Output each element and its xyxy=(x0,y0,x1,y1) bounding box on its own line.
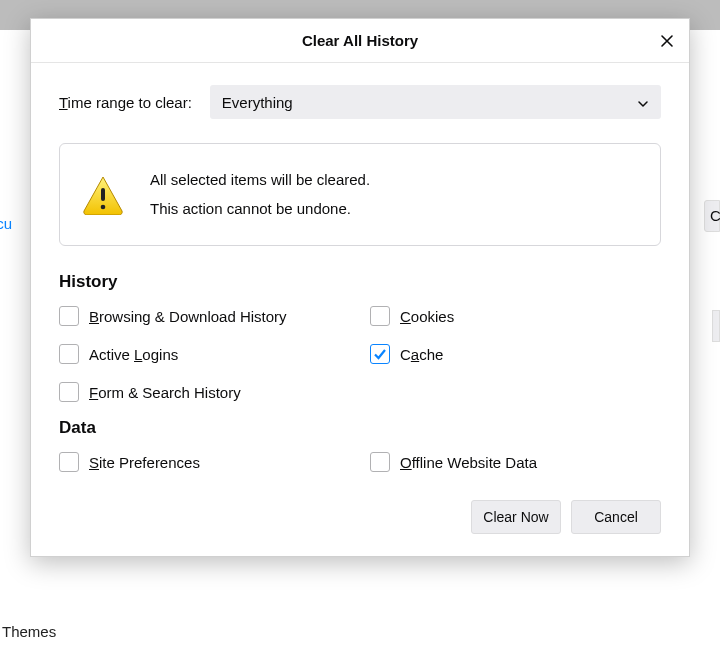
checkbox-browsing-download-history[interactable]: Browsing & Download History xyxy=(59,306,350,326)
warning-line-2: This action cannot be undone. xyxy=(150,195,370,224)
checkbox-label: Cookies xyxy=(400,308,454,325)
checkbox-form-search-history[interactable]: Form & Search History xyxy=(59,382,350,402)
checkbox-label: Active Logins xyxy=(89,346,178,363)
dialog-header: Clear All History xyxy=(31,19,689,63)
clear-history-dialog: Clear All History Time range to clear: E… xyxy=(30,18,690,557)
checkbox-box[interactable] xyxy=(59,382,79,402)
background-themes-label: Themes xyxy=(2,623,56,640)
checkbox-cache[interactable]: Cache xyxy=(370,344,661,364)
background-button-fragment[interactable]: C xyxy=(704,200,720,232)
history-section-title: History xyxy=(59,272,661,292)
background-button-fragment-2[interactable] xyxy=(712,310,720,342)
history-options-grid: Browsing & Download HistoryCookiesActive… xyxy=(59,306,661,402)
data-options-grid: Site PreferencesOffline Website Data xyxy=(59,452,661,472)
checkbox-box[interactable] xyxy=(370,452,390,472)
checkbox-label: Cache xyxy=(400,346,443,363)
warning-icon xyxy=(82,175,124,215)
time-range-row: Time range to clear: Everything xyxy=(59,85,661,119)
dialog-button-row: Clear Now Cancel xyxy=(59,500,661,534)
svg-point-1 xyxy=(101,204,106,209)
svg-rect-0 xyxy=(101,188,105,201)
clear-now-button[interactable]: Clear Now xyxy=(471,500,561,534)
checkbox-site-preferences[interactable]: Site Preferences xyxy=(59,452,350,472)
checkbox-box[interactable] xyxy=(59,452,79,472)
checkbox-box[interactable] xyxy=(370,306,390,326)
time-range-label: Time range to clear: xyxy=(59,94,192,111)
data-section-title: Data xyxy=(59,418,661,438)
checkbox-offline-website-data[interactable]: Offline Website Data xyxy=(370,452,661,472)
checkbox-box[interactable] xyxy=(59,306,79,326)
dialog-title: Clear All History xyxy=(302,32,418,49)
check-icon xyxy=(373,347,387,361)
dialog-body: Time range to clear: Everything xyxy=(31,63,689,556)
checkbox-active-logins[interactable]: Active Logins xyxy=(59,344,350,364)
warning-line-1: All selected items will be cleared. xyxy=(150,166,370,195)
cancel-button[interactable]: Cancel xyxy=(571,500,661,534)
checkbox-label: Browsing & Download History xyxy=(89,308,287,325)
checkbox-box[interactable] xyxy=(370,344,390,364)
checkbox-cookies[interactable]: Cookies xyxy=(370,306,661,326)
background-link-fragment[interactable]: ecu xyxy=(0,215,12,232)
close-icon xyxy=(659,33,675,49)
close-button[interactable] xyxy=(655,29,679,53)
chevron-down-icon xyxy=(637,96,649,108)
time-range-select[interactable]: Everything xyxy=(210,85,661,119)
warning-text: All selected items will be cleared. This… xyxy=(150,166,370,223)
checkbox-label: Offline Website Data xyxy=(400,454,537,471)
checkbox-box[interactable] xyxy=(59,344,79,364)
checkbox-label: Site Preferences xyxy=(89,454,200,471)
time-range-value: Everything xyxy=(222,94,293,111)
checkbox-label: Form & Search History xyxy=(89,384,241,401)
warning-box: All selected items will be cleared. This… xyxy=(59,143,661,246)
